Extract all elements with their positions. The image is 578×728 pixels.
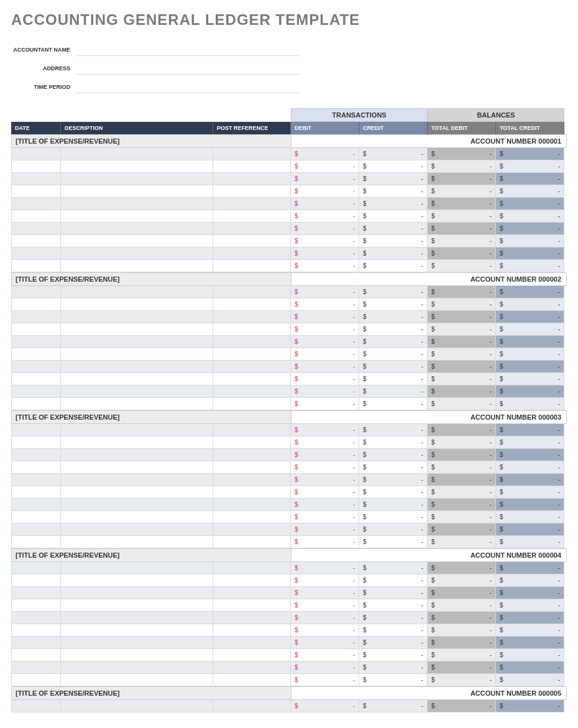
cell-post-reference[interactable] <box>213 587 291 599</box>
cell-debit[interactable]: $- <box>291 523 359 536</box>
cell-credit[interactable]: $- <box>359 612 428 624</box>
cell-description[interactable] <box>61 574 213 587</box>
cell-credit[interactable]: $- <box>359 247 428 260</box>
cell-description[interactable] <box>61 486 213 499</box>
cell-credit[interactable]: $- <box>359 223 428 235</box>
cell-credit[interactable]: $- <box>359 210 428 223</box>
cell-date[interactable] <box>11 587 61 599</box>
cell-credit[interactable]: $- <box>359 637 428 649</box>
cell-description[interactable] <box>61 637 213 649</box>
cell-debit[interactable]: $- <box>291 385 359 398</box>
cell-description[interactable] <box>61 185 213 198</box>
cell-credit[interactable]: $- <box>359 198 428 210</box>
cell-debit[interactable]: $- <box>291 587 359 599</box>
cell-debit[interactable]: $- <box>291 461 359 474</box>
accountant-name-field[interactable] <box>76 44 300 56</box>
cell-credit[interactable]: $- <box>359 700 428 712</box>
cell-debit[interactable]: $- <box>291 398 359 410</box>
cell-description[interactable] <box>61 511 213 523</box>
cell-date[interactable] <box>11 424 61 436</box>
cell-post-reference[interactable] <box>213 260 291 272</box>
cell-credit[interactable]: $- <box>359 311 428 323</box>
cell-post-reference[interactable] <box>213 637 291 649</box>
cell-debit[interactable]: $- <box>291 286 359 298</box>
cell-debit[interactable]: $- <box>291 173 359 185</box>
cell-description[interactable] <box>61 499 213 511</box>
cell-date[interactable] <box>11 612 61 624</box>
cell-description[interactable] <box>61 160 213 173</box>
cell-debit[interactable]: $- <box>291 336 359 348</box>
cell-description[interactable] <box>61 247 213 260</box>
cell-post-reference[interactable] <box>213 649 291 661</box>
cell-credit[interactable]: $- <box>359 286 428 298</box>
cell-credit[interactable]: $- <box>359 536 428 548</box>
cell-post-reference[interactable] <box>213 661 291 674</box>
cell-credit[interactable]: $- <box>359 511 428 523</box>
cell-credit[interactable]: $- <box>359 398 428 410</box>
cell-date[interactable] <box>11 637 61 649</box>
cell-debit[interactable]: $- <box>291 661 359 674</box>
cell-description[interactable] <box>61 649 213 661</box>
cell-post-reference[interactable] <box>213 562 291 574</box>
cell-post-reference[interactable] <box>213 511 291 523</box>
cell-description[interactable] <box>61 700 213 712</box>
cell-description[interactable] <box>61 599 213 612</box>
cell-post-reference[interactable] <box>213 247 291 260</box>
cell-date[interactable] <box>11 461 61 474</box>
cell-description[interactable] <box>61 424 213 436</box>
cell-debit[interactable]: $- <box>291 148 359 160</box>
cell-date[interactable] <box>11 562 61 574</box>
cell-credit[interactable]: $- <box>359 562 428 574</box>
cell-post-reference[interactable] <box>213 499 291 511</box>
cell-debit[interactable]: $- <box>291 235 359 247</box>
cell-date[interactable] <box>11 624 61 637</box>
cell-date[interactable] <box>11 235 61 247</box>
cell-credit[interactable]: $- <box>359 148 428 160</box>
cell-debit[interactable]: $- <box>291 536 359 548</box>
cell-date[interactable] <box>11 185 61 198</box>
cell-post-reference[interactable] <box>213 210 291 223</box>
cell-post-reference[interactable] <box>213 536 291 548</box>
cell-date[interactable] <box>11 674 61 686</box>
cell-date[interactable] <box>11 247 61 260</box>
cell-post-reference[interactable] <box>213 298 291 311</box>
cell-credit[interactable]: $- <box>359 185 428 198</box>
cell-date[interactable] <box>11 700 61 712</box>
cell-debit[interactable]: $- <box>291 247 359 260</box>
cell-date[interactable] <box>11 574 61 587</box>
cell-description[interactable] <box>61 612 213 624</box>
cell-post-reference[interactable] <box>213 336 291 348</box>
cell-debit[interactable]: $- <box>291 511 359 523</box>
cell-description[interactable] <box>61 298 213 311</box>
cell-credit[interactable]: $- <box>359 474 428 486</box>
cell-credit[interactable]: $- <box>359 260 428 272</box>
cell-post-reference[interactable] <box>213 486 291 499</box>
cell-post-reference[interactable] <box>213 148 291 160</box>
cell-description[interactable] <box>61 587 213 599</box>
cell-credit[interactable]: $- <box>359 674 428 686</box>
cell-debit[interactable]: $- <box>291 160 359 173</box>
cell-description[interactable] <box>61 661 213 674</box>
cell-post-reference[interactable] <box>213 424 291 436</box>
cell-date[interactable] <box>11 523 61 536</box>
cell-post-reference[interactable] <box>213 286 291 298</box>
cell-date[interactable] <box>11 148 61 160</box>
cell-credit[interactable]: $- <box>359 160 428 173</box>
cell-credit[interactable]: $- <box>359 523 428 536</box>
cell-description[interactable] <box>61 173 213 185</box>
cell-post-reference[interactable] <box>213 624 291 637</box>
cell-debit[interactable]: $- <box>291 223 359 235</box>
cell-date[interactable] <box>11 474 61 486</box>
cell-date[interactable] <box>11 210 61 223</box>
cell-post-reference[interactable] <box>213 612 291 624</box>
cell-description[interactable] <box>61 260 213 272</box>
cell-description[interactable] <box>61 436 213 449</box>
cell-post-reference[interactable] <box>213 385 291 398</box>
cell-credit[interactable]: $- <box>359 624 428 637</box>
cell-debit[interactable]: $- <box>291 298 359 311</box>
cell-date[interactable] <box>11 511 61 523</box>
cell-date[interactable] <box>11 499 61 511</box>
cell-credit[interactable]: $- <box>359 436 428 449</box>
cell-credit[interactable]: $- <box>359 323 428 336</box>
cell-debit[interactable]: $- <box>291 612 359 624</box>
